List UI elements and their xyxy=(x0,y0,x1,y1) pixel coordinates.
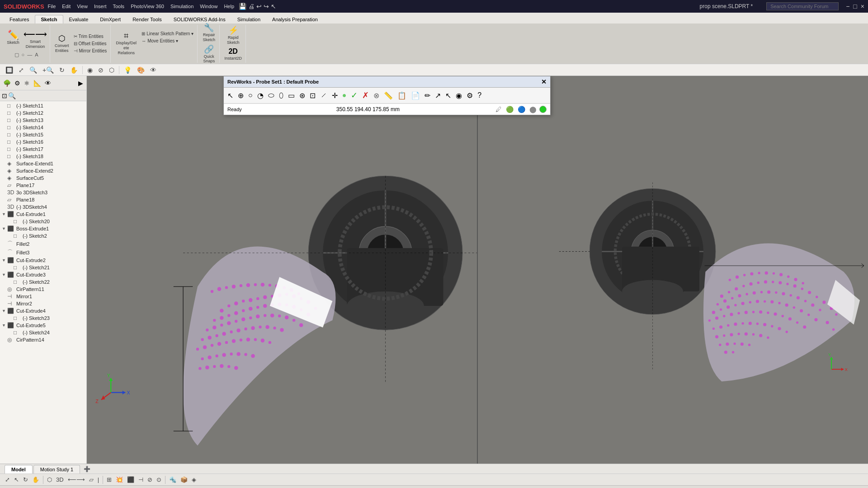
tree-expand-icon[interactable]: ▼ xyxy=(2,323,6,328)
probe-tool-8[interactable]: ⊛ xyxy=(297,90,307,101)
probe-measure-button[interactable]: 📏 xyxy=(382,90,395,101)
zoom-area-button[interactable]: 🔍 xyxy=(28,66,39,75)
probe-settings-button[interactable]: ⚙ xyxy=(465,90,475,101)
reference-geom-button[interactable]: ◈ xyxy=(190,476,198,483)
tree-item-----sketch18[interactable]: □ (-) Sketch18 xyxy=(0,153,86,160)
dim-expert-icon[interactable]: 📐 xyxy=(32,79,42,88)
quick-save-icon[interactable]: 💾 xyxy=(239,3,246,10)
sketch-sub3[interactable]: — xyxy=(26,52,33,58)
appearance-button[interactable]: 🎨 xyxy=(135,66,146,75)
probe-tool-4[interactable]: ◔ xyxy=(255,90,265,101)
tree-item-----sketch13[interactable]: □ (-) Sketch13 xyxy=(0,117,86,124)
viewport-right[interactable]: X Y xyxy=(478,76,868,464)
probe-accept-button[interactable]: ✓ xyxy=(349,89,359,102)
tree-item-----sketch11[interactable]: □ (-) Sketch11 xyxy=(0,102,86,109)
instant2d-button[interactable]: 2D Instant2D xyxy=(222,47,244,62)
menu-tools[interactable]: Tools xyxy=(113,4,124,9)
probe-help-button[interactable]: ? xyxy=(476,90,483,101)
tree-item-----3dsketch4[interactable]: 3D (-) 3DSketch4 xyxy=(0,203,86,211)
zoom-in-button[interactable]: +🔍 xyxy=(41,66,56,75)
tab-dimxpert[interactable]: DimXpert xyxy=(94,15,127,23)
tree-item-surfacecut5[interactable]: ◈ SurfaceCut5 xyxy=(0,174,86,182)
tree-item-----sketch17[interactable]: □ (-) Sketch17 xyxy=(0,145,86,153)
tree-item-----sketch24[interactable]: □ (-) Sketch24 xyxy=(0,329,86,336)
tree-item-----sketch15[interactable]: □ (-) Sketch15 xyxy=(0,131,86,138)
probe-tool-2[interactable]: ⊕ xyxy=(236,90,245,101)
community-search-input[interactable] xyxy=(766,2,839,10)
sketch-sub2[interactable]: ○ xyxy=(21,52,26,58)
tree-item-cut-extrude4[interactable]: ▼ ⬛ Cut-Extrude4 xyxy=(0,307,86,314)
lights-button[interactable]: 💡 xyxy=(122,66,133,75)
tree-item-----sketch16[interactable]: □ (-) Sketch16 xyxy=(0,138,86,145)
tree-expand-icon[interactable]: ▼ xyxy=(2,212,6,216)
menu-window[interactable]: Window xyxy=(200,4,217,9)
tree-item-----sketch12[interactable]: □ (-) Sketch12 xyxy=(0,109,86,117)
tree-item-----sketch2[interactable]: □ (-) Sketch2 xyxy=(0,232,86,239)
dimension-button[interactable]: ⟵⟶ xyxy=(66,476,86,483)
tab-analysis-prep[interactable]: Analysis Preparation xyxy=(266,15,324,23)
add-study-button[interactable]: ➕ xyxy=(84,466,90,472)
tab-sw-addins[interactable]: SOLIDWORKS Add-Ins xyxy=(168,15,231,23)
smart-dimension-button[interactable]: ⟵⟶ Smart Dimension xyxy=(23,29,48,51)
probe-tool-5[interactable]: ⬭ xyxy=(266,90,276,101)
probe-tool-10[interactable]: ⟋ xyxy=(318,90,329,101)
mirror-entities-button[interactable]: ⊣ Mirror Entities xyxy=(72,47,109,54)
quick-snaps-button[interactable]: 🔗 QuickSnaps xyxy=(200,44,217,66)
probe-tool-9[interactable]: ⊡ xyxy=(308,90,317,101)
hide-show-button[interactable]: 👁 xyxy=(148,66,158,75)
tree-item-----sketch14[interactable]: □ (-) Sketch14 xyxy=(0,124,86,131)
tree-item-cut-extrude2[interactable]: ▼ ⬛ Cut-Extrude2 xyxy=(0,257,86,264)
probe-arrow-button[interactable]: ↗ xyxy=(433,90,443,101)
offset-entities-button[interactable]: ⊟ Offset Entities xyxy=(72,40,109,47)
tree-item-cirpattern11[interactable]: ◎ CirPattern11 xyxy=(0,286,86,293)
close-button[interactable]: × xyxy=(861,3,864,10)
tab-motion-study[interactable]: Motion Study 1 xyxy=(33,465,80,474)
probe-pencil-button[interactable]: ✏ xyxy=(423,90,432,101)
tree-item-cirpattern14[interactable]: ◎ CirPattern14 xyxy=(0,336,86,343)
pattern-bottom-button[interactable]: ⬛ xyxy=(126,476,136,483)
menu-file[interactable]: File xyxy=(48,4,56,9)
probe-color-2[interactable]: 🟢 xyxy=(505,105,515,113)
move-entities-button[interactable]: ↔ Move Entities ▾ xyxy=(140,38,195,44)
tab-render-tools[interactable]: Render Tools xyxy=(127,15,168,23)
probe-close-button[interactable]: ✕ xyxy=(541,78,547,85)
section-view-button[interactable]: ⊘ xyxy=(96,66,105,75)
tree-item-fillet2[interactable]: ⌒ Fillet2 xyxy=(0,239,86,248)
tree-item-cut-extrude5[interactable]: ▼ ⬛ Cut-Extrude5 xyxy=(0,322,86,329)
tree-item-plane18[interactable]: ▱ Plane18 xyxy=(0,196,86,203)
section-cut-button[interactable]: ⊘ xyxy=(146,476,154,483)
display-manager-icon[interactable]: 👁 xyxy=(43,79,52,88)
explode-button[interactable]: 💥 xyxy=(114,476,124,483)
tree-item-boss-extrude1[interactable]: ▼ ⬛ Boss-Extrude1 xyxy=(0,225,86,232)
tree-item-cut-extrude1[interactable]: ▼ ⬛ Cut-Extrude1 xyxy=(0,211,86,218)
probe-color-1[interactable]: 🖊 xyxy=(494,105,503,113)
tree-expand-icon[interactable]: ▼ xyxy=(2,258,6,263)
tree-expand-icon[interactable]: ▼ xyxy=(2,226,6,231)
probe-tool-6[interactable]: ⬯ xyxy=(277,90,285,101)
feature-manager-icon[interactable]: 🌳 xyxy=(2,79,12,88)
rotate-bottom-button[interactable]: ↻ xyxy=(22,476,29,483)
convert-entities-button[interactable]: ⬡ ConvertEntities xyxy=(53,33,71,55)
viewport-left[interactable]: X Y Z xyxy=(87,76,477,464)
probe-tool-1[interactable]: ↖ xyxy=(226,90,235,101)
tab-evaluate[interactable]: Evaluate xyxy=(63,15,94,23)
tree-expand-icon[interactable]: ▼ xyxy=(2,272,6,277)
probe-tool-3[interactable]: ○ xyxy=(246,90,255,101)
probe-color-4[interactable]: ⬤ xyxy=(528,105,538,113)
probe-ring-button[interactable]: ◉ xyxy=(454,90,464,101)
tree-item-----sketch23[interactable]: □ (-) Sketch23 xyxy=(0,314,86,322)
probe-tool-7[interactable]: ▭ xyxy=(286,90,297,101)
tree-item-----sketch21[interactable]: □ (-) Sketch21 xyxy=(0,264,86,271)
tree-item-----sketch20[interactable]: □ (-) Sketch20 xyxy=(0,218,86,225)
probe-color-3[interactable]: 🔵 xyxy=(516,105,527,113)
display-delete-relations-button[interactable]: ⌗ Display/DeleteRelations xyxy=(113,30,139,56)
pan-bottom-button[interactable]: ✋ xyxy=(31,476,41,483)
component-button[interactable]: 📦 xyxy=(179,476,189,483)
minimize-button[interactable]: − xyxy=(846,3,849,10)
configuration-manager-icon[interactable]: ⚛ xyxy=(23,79,31,88)
probe-tool-11[interactable]: ✛ xyxy=(330,90,340,101)
zoom-fit-bottom-button[interactable]: ⤢ xyxy=(4,476,11,483)
probe-stop-button[interactable]: ⊗ xyxy=(372,90,381,101)
3d-viewport[interactable]: X Y Z xyxy=(87,76,868,464)
tree-item-----sketch22[interactable]: □ (-) Sketch22 xyxy=(0,278,86,286)
